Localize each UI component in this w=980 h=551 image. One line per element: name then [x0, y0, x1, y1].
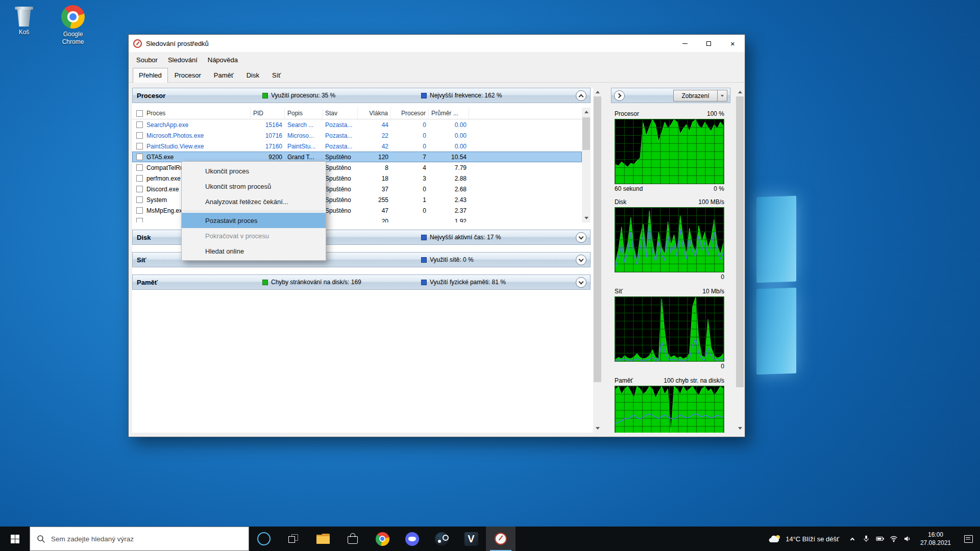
- process-cell: PaintStu...: [285, 143, 323, 150]
- gauge-needle: [499, 536, 503, 541]
- process-name: Discord.exe: [146, 186, 179, 193]
- table-scrollbar[interactable]: [582, 108, 591, 222]
- recycle-bin-body: [16, 10, 32, 27]
- expand-network-section-button[interactable]: [576, 255, 586, 265]
- arrow-down-icon: [596, 427, 600, 430]
- menubar-item-2[interactable]: Nápověda: [203, 54, 243, 66]
- logo-pane: [756, 196, 796, 283]
- panel-scrollbar[interactable]: [593, 88, 602, 433]
- weather-widget[interactable]: 14°C Blíží se déšť: [762, 527, 846, 551]
- graphs-scrollbar[interactable]: [736, 88, 744, 433]
- row-checkbox[interactable]: [136, 132, 143, 139]
- row-checkbox[interactable]: [136, 143, 143, 149]
- row-checkbox[interactable]: [136, 207, 143, 214]
- scrollbar-thumb[interactable]: [736, 96, 744, 387]
- desktop-icon-recycle-bin[interactable]: Koš: [4, 5, 44, 36]
- column-header-4[interactable]: Vlákna: [358, 108, 391, 119]
- context-menu-item-4[interactable]: Pokračovat v procesu: [182, 228, 326, 243]
- battery-icon[interactable]: [873, 527, 887, 551]
- column-header-2[interactable]: Popis: [285, 108, 323, 119]
- tab-3[interactable]: Disk: [240, 68, 265, 82]
- column-header-1[interactable]: PID: [251, 108, 285, 119]
- desktop-icon-chrome[interactable]: Google Chrome: [53, 5, 93, 46]
- views-dropdown-arrow[interactable]: [717, 90, 727, 101]
- cpu-graph: [615, 119, 724, 184]
- row-checkbox[interactable]: [136, 186, 143, 192]
- process-name: perfmon.exe: [146, 175, 181, 182]
- collapse-graphs-button[interactable]: [614, 90, 625, 101]
- clock[interactable]: 16:00 27.08.2021: [915, 531, 957, 547]
- scroll-up-button[interactable]: [736, 88, 744, 96]
- context-menu-item-2[interactable]: Analyzovat řetězec čekání...: [182, 194, 326, 209]
- network-icon[interactable]: [887, 527, 901, 551]
- column-header-0[interactable]: Proces: [132, 108, 251, 119]
- process-row[interactable]: Microsoft.Photos.exe10716Microso...Pozas…: [132, 130, 582, 141]
- memory-section-header[interactable]: Paměť Chyby stránkování na disk/s: 169 V…: [132, 274, 591, 290]
- collapse-cpu-section-button[interactable]: [576, 90, 586, 101]
- gauge-needle: [136, 41, 140, 45]
- close-button[interactable]: ×: [721, 35, 745, 52]
- context-menu-item-0[interactable]: Ukončit proces: [182, 163, 326, 179]
- row-checkbox[interactable]: [136, 121, 143, 128]
- microphone-icon[interactable]: [860, 527, 873, 551]
- process-row[interactable]: SearchApp.exe15164Search ...Pozasta...44…: [132, 119, 582, 130]
- hidden-icons-button[interactable]: [846, 527, 860, 551]
- context-menu-item-1[interactable]: Ukončit strom procesů: [182, 179, 326, 194]
- start-button[interactable]: [0, 527, 30, 551]
- taskbar-store-button[interactable]: [338, 527, 368, 551]
- search-icon: [37, 535, 45, 543]
- steam-icon: [435, 532, 449, 546]
- scroll-down-button[interactable]: [736, 424, 744, 433]
- clock-date: 27.08.2021: [920, 539, 951, 547]
- titlebar[interactable]: Sledování prostředků ×: [129, 35, 745, 52]
- taskbar-discord-button[interactable]: [397, 527, 427, 551]
- volume-icon[interactable]: [901, 527, 915, 551]
- menubar-item-1[interactable]: Sledování: [163, 54, 203, 66]
- row-checkbox[interactable]: [136, 175, 143, 182]
- row-checkbox[interactable]: [136, 154, 143, 160]
- scroll-up-button[interactable]: [582, 108, 591, 116]
- taskbar-task-view-button[interactable]: [279, 527, 308, 551]
- context-menu-item-5[interactable]: Hledat online: [182, 243, 326, 259]
- tab-2[interactable]: Paměť: [208, 68, 240, 82]
- row-checkbox[interactable]: [136, 218, 143, 222]
- header-checkbox[interactable]: [136, 110, 143, 117]
- scrollbar-thumb[interactable]: [582, 117, 590, 150]
- taskbar-steam-button[interactable]: [427, 527, 456, 551]
- tab-1[interactable]: Procesor: [168, 68, 207, 82]
- arrow-up-icon: [596, 91, 600, 93]
- process-row[interactable]: GTA5.exe9200Grand T...Spuštěno120710.54: [132, 152, 582, 162]
- taskbar-file-explorer-button[interactable]: [308, 527, 338, 551]
- action-center-button[interactable]: [957, 527, 980, 551]
- minimize-button[interactable]: [673, 35, 697, 52]
- taskbar-v-app-button[interactable]: [456, 527, 486, 551]
- expand-disk-section-button[interactable]: [576, 232, 586, 243]
- process-cell: 120: [358, 154, 391, 161]
- process-cell: Spuštěno: [323, 154, 358, 161]
- views-button[interactable]: Zobrazení: [673, 90, 727, 102]
- process-row[interactable]: PaintStudio.View.exe17160PaintStu...Poza…: [132, 141, 582, 152]
- scrollbar-thumb[interactable]: [594, 96, 601, 382]
- taskbar-search[interactable]: [30, 527, 249, 551]
- taskbar-cortana-button[interactable]: [249, 527, 279, 551]
- taskbar-chrome-button[interactable]: [368, 527, 397, 551]
- taskbar-resource-monitor-button[interactable]: [486, 527, 516, 551]
- tab-4[interactable]: Síť: [266, 68, 287, 82]
- column-header-5[interactable]: Procesor: [391, 108, 429, 119]
- chevron-down-icon: [579, 257, 584, 262]
- column-header-6[interactable]: Průměr ...: [429, 108, 469, 119]
- row-checkbox[interactable]: [136, 164, 143, 171]
- column-header-3[interactable]: Stav: [323, 108, 358, 119]
- menubar-item-0[interactable]: Soubor: [131, 54, 163, 66]
- tab-0[interactable]: Přehled: [133, 68, 168, 83]
- search-input[interactable]: [51, 535, 249, 543]
- cpu-section-header[interactable]: Procesor Využití procesoru: 35 % Nejvyšš…: [132, 88, 591, 103]
- expand-memory-section-button[interactable]: [576, 277, 586, 288]
- maximize-button[interactable]: [697, 35, 721, 52]
- scroll-down-button[interactable]: [582, 214, 591, 222]
- row-checkbox[interactable]: [136, 196, 143, 203]
- scroll-up-button[interactable]: [593, 88, 602, 96]
- scroll-down-button[interactable]: [593, 424, 602, 433]
- context-menu-item-3[interactable]: Pozastavit proces: [182, 213, 326, 228]
- memory-chart-block: Paměť 100 chyb str. na disk/s: [615, 377, 724, 433]
